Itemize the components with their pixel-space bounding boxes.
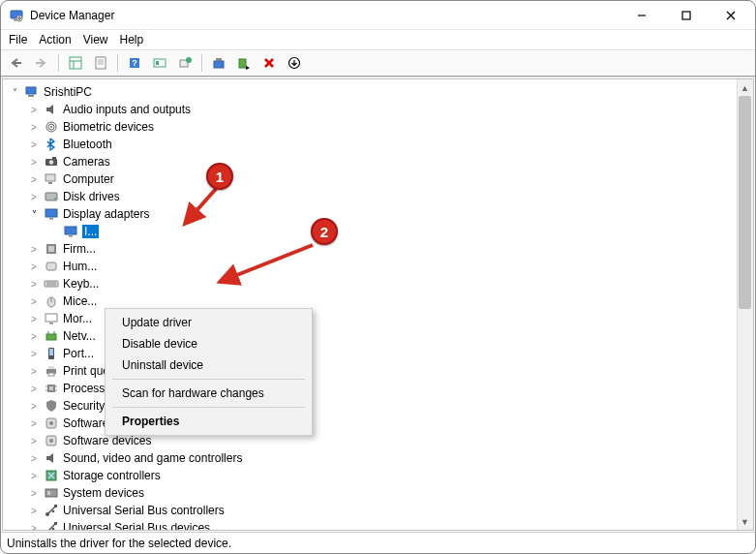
- expand-icon[interactable]: >: [28, 418, 40, 429]
- vertical-scrollbar[interactable]: ▲ ▼: [737, 79, 753, 530]
- expand-icon[interactable]: >: [28, 471, 40, 481]
- tree-node-sound-video-and-game-controllers[interactable]: > Sound, video and game controllers: [28, 449, 753, 467]
- svg-rect-54: [45, 314, 57, 322]
- tree-node-storage-controllers[interactable]: > Storage controllers: [28, 467, 753, 484]
- expand-icon[interactable]: >: [28, 366, 40, 377]
- tree-leaf-intel-r-uhd-graphics-770[interactable]: I...: [47, 223, 753, 240]
- expand-icon[interactable]: >: [28, 314, 40, 324]
- collapse-icon[interactable]: ˅: [9, 87, 20, 98]
- tree-node-label: Disk drives: [63, 190, 120, 203]
- tree-node-system-devices[interactable]: > System devices: [28, 484, 753, 502]
- tree-node-bluetooth[interactable]: > Bluetooth: [28, 136, 753, 153]
- tree-node-biometric-devices[interactable]: > Biometric devices: [28, 118, 753, 136]
- tree-node-universal-serial-bus-devices[interactable]: > Universal Serial Bus devices: [28, 519, 753, 531]
- svg-rect-45: [69, 235, 73, 237]
- svg-point-84: [52, 528, 55, 531]
- action-center-button[interactable]: [148, 52, 171, 74]
- expand-icon[interactable]: >: [28, 523, 40, 532]
- tree-node-disk-drives[interactable]: > Disk drives: [28, 188, 753, 205]
- show-hide-tree-button[interactable]: [64, 52, 87, 74]
- titlebar: Device Manager: [1, 1, 755, 30]
- disable-device-button[interactable]: [232, 52, 256, 74]
- expand-icon[interactable]: >: [28, 384, 40, 394]
- nav-back-button[interactable]: [5, 52, 28, 74]
- expand-icon[interactable]: >: [28, 262, 40, 272]
- tree-root-node[interactable]: ˅ SrishtiPC: [9, 83, 753, 101]
- tree-node-keyb-[interactable]: > Keyb...: [28, 275, 753, 292]
- minimize-button[interactable]: [620, 1, 664, 30]
- uninstall-device-button[interactable]: [257, 52, 281, 74]
- expand-icon[interactable]: >: [28, 174, 40, 185]
- context-update-driver[interactable]: Update driver: [108, 312, 309, 333]
- monitor-icon: [44, 311, 59, 326]
- system-icon: [44, 485, 59, 501]
- hid-icon: [44, 259, 59, 274]
- svg-rect-56: [46, 334, 56, 340]
- toolbar: ?: [1, 49, 755, 77]
- annotation-callout-2: 2: [311, 218, 338, 245]
- expand-icon[interactable]: >: [28, 296, 40, 307]
- menu-help[interactable]: Help: [120, 33, 144, 46]
- device-tree-pane[interactable]: ˅ SrishtiPC > Audio inputs and outputs >…: [2, 78, 754, 531]
- svg-rect-30: [26, 87, 36, 94]
- svg-rect-11: [70, 57, 81, 69]
- tree-node-label: Mice...: [63, 294, 97, 308]
- bluetooth-icon: [44, 137, 59, 152]
- svg-rect-26: [239, 59, 246, 68]
- expand-icon[interactable]: >: [28, 436, 40, 446]
- expand-icon[interactable]: >: [28, 349, 40, 359]
- expand-icon[interactable]: >: [28, 157, 40, 168]
- maximize-button[interactable]: [664, 1, 709, 30]
- svg-point-36: [49, 160, 54, 165]
- update-driver-button[interactable]: [207, 52, 230, 74]
- properties-button[interactable]: [89, 52, 112, 74]
- tree-node-hum-[interactable]: > Hum...: [28, 258, 753, 275]
- context-separator: [112, 379, 305, 380]
- menu-view[interactable]: View: [83, 33, 108, 46]
- expand-icon[interactable]: >: [28, 401, 40, 412]
- keyboard-icon: [44, 276, 59, 292]
- context-uninstall-device[interactable]: Uninstall device: [108, 354, 309, 376]
- device-context-menu: Update driver Disable device Uninstall d…: [105, 308, 313, 436]
- expand-icon[interactable]: >: [28, 192, 40, 202]
- tree-node-computer[interactable]: > Computer: [28, 170, 753, 188]
- context-scan-hardware[interactable]: Scan for hardware changes: [108, 383, 309, 404]
- tree-node-display-adapters[interactable]: ˅ Display adapters: [28, 205, 753, 223]
- scrollbar-thumb[interactable]: [739, 96, 751, 309]
- tree-node-label: System devices: [63, 486, 144, 500]
- scan-hardware-button[interactable]: [173, 52, 197, 74]
- expand-icon[interactable]: >: [28, 506, 40, 516]
- expand-icon[interactable]: >: [28, 331, 40, 342]
- expand-icon[interactable]: >: [28, 244, 40, 255]
- tree-node-audio-inputs-and-outputs[interactable]: > Audio inputs and outputs: [28, 101, 753, 118]
- svg-rect-62: [48, 366, 54, 369]
- device-manager-window: Device Manager File Action View Help ?: [0, 0, 756, 554]
- expand-icon[interactable]: >: [28, 279, 40, 290]
- tree-node-label: Biometric devices: [63, 120, 154, 134]
- menu-action[interactable]: Action: [39, 33, 71, 46]
- scroll-up-arrow[interactable]: ▲: [737, 79, 753, 96]
- collapse-icon[interactable]: ˅: [28, 209, 40, 220]
- expand-icon[interactable]: >: [28, 488, 40, 499]
- tree-node-firm-[interactable]: > Firm...: [28, 240, 753, 258]
- scroll-down-arrow[interactable]: ▼: [737, 513, 753, 530]
- tree-node-label: Sound, video and game controllers: [63, 451, 242, 465]
- expand-icon[interactable]: >: [28, 122, 40, 133]
- usb-icon: [44, 520, 59, 531]
- expand-icon[interactable]: >: [28, 453, 40, 464]
- help-button[interactable]: ?: [123, 52, 146, 74]
- svg-rect-38: [45, 174, 55, 181]
- expand-icon[interactable]: >: [28, 139, 40, 150]
- tree-node-cameras[interactable]: > Cameras: [28, 153, 753, 170]
- tree-node-universal-serial-bus-controllers[interactable]: > Universal Serial Bus controllers: [28, 502, 753, 519]
- nav-forward-button[interactable]: [30, 52, 53, 74]
- close-button[interactable]: [709, 1, 753, 30]
- expand-icon[interactable]: >: [28, 105, 40, 115]
- menu-file[interactable]: File: [9, 33, 27, 46]
- context-properties[interactable]: Properties: [108, 411, 309, 432]
- fingerprint-icon: [44, 119, 59, 135]
- speaker-icon: [44, 450, 59, 466]
- printer-icon: [44, 363, 59, 379]
- context-disable-device[interactable]: Disable device: [108, 333, 309, 354]
- install-legacy-button[interactable]: [283, 52, 306, 74]
